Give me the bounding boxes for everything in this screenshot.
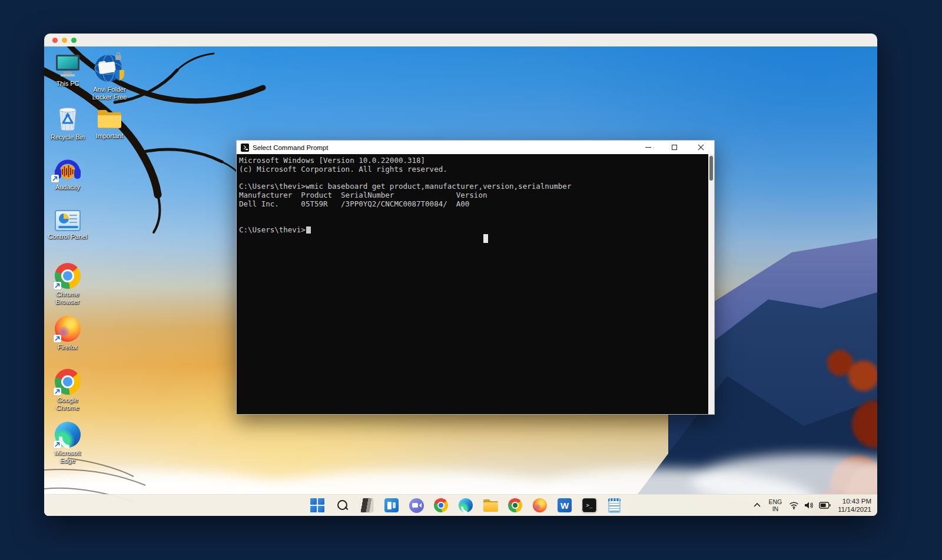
chrome-browser-icon xyxy=(55,262,81,289)
console-table-row: Dell Inc. 05T59R /3PP0YQ2/CNCMC0087T0084… xyxy=(239,200,708,209)
google-chrome-icon xyxy=(55,368,81,395)
desktop-icon-chrome-browser[interactable]: Chrome Browser xyxy=(47,262,89,306)
zoom-traffic-light-icon[interactable] xyxy=(71,38,77,43)
console-command-line: C:\Users\thevi>wmic baseboard get produc… xyxy=(239,182,708,191)
minimize-button[interactable] xyxy=(635,141,661,154)
desktop-icon-label: Chrome Browser xyxy=(47,291,89,306)
console-line: Microsoft Windows [Version 10.0.22000.31… xyxy=(239,156,708,165)
microsoft-edge-icon xyxy=(55,421,81,448)
text-cursor xyxy=(306,226,311,234)
taskbar-dark-app-button[interactable] xyxy=(359,498,374,513)
console-prompt-line: C:\Users\thevi> xyxy=(239,226,708,235)
battery-icon xyxy=(819,502,831,509)
wifi-icon xyxy=(789,501,799,509)
scrollbar-thumb[interactable] xyxy=(709,156,713,181)
shortcut-arrow-icon xyxy=(54,388,61,395)
clock-date: 11/14/2021 xyxy=(838,505,871,514)
taskbar-notepad-button[interactable] xyxy=(606,498,622,513)
virtual-machine-window: This PC xyxy=(44,34,877,516)
console-line xyxy=(239,218,708,226)
windows-logo-icon xyxy=(310,498,324,512)
console-line xyxy=(239,209,708,218)
console-line xyxy=(239,174,708,183)
console-output[interactable]: Microsoft Windows [Version 10.0.22000.31… xyxy=(237,154,708,414)
taskbar-blue-panes-app-button[interactable] xyxy=(384,498,399,513)
taskbar-command-prompt-button[interactable]: >_ xyxy=(582,498,597,513)
screenshot-stage: This PC xyxy=(0,0,942,560)
close-button[interactable] xyxy=(688,141,714,154)
desktop-icon-label: Control Panel xyxy=(48,233,88,241)
search-icon xyxy=(336,499,348,511)
mac-titlebar[interactable] xyxy=(44,34,877,46)
windows-desktop: This PC xyxy=(44,46,877,516)
cmd-titlebar[interactable]: Select Command Prompt xyxy=(237,141,714,154)
taskbar-chrome-button[interactable] xyxy=(433,498,449,513)
anvi-folder-locker-icon xyxy=(93,51,126,84)
notepad-icon xyxy=(608,498,621,513)
start-button[interactable] xyxy=(310,498,325,513)
cmd-window-icon xyxy=(241,144,249,152)
console-table-header: Manufacturer Product SerialNumber Versio… xyxy=(239,191,708,200)
dark-app-icon xyxy=(360,498,373,512)
shortcut-arrow-icon xyxy=(51,175,59,182)
edge-icon xyxy=(459,498,473,512)
file-explorer-icon xyxy=(483,499,498,512)
word-icon: W xyxy=(558,498,572,512)
firefox-icon xyxy=(533,498,547,512)
desktop-icon-audacity[interactable]: Audacity xyxy=(47,152,89,191)
taskbar-clock[interactable]: 10:43 PM 11/14/2021 xyxy=(838,497,871,514)
desktop-icon-microsoft-edge[interactable]: Microsoft Edge xyxy=(47,421,89,465)
taskbar-file-explorer-button[interactable] xyxy=(483,498,498,513)
desktop-icon-label: Microsoft Edge xyxy=(47,449,89,465)
taskbar-search-button[interactable] xyxy=(334,498,350,513)
desktop-icon-google-chrome[interactable]: Google Chrome xyxy=(47,368,89,412)
desktop-icon-label: Anvi Folder Locker Free xyxy=(85,86,134,101)
shortcut-arrow-icon xyxy=(54,441,61,448)
desktop-icon-control-panel[interactable]: Control Panel xyxy=(47,208,89,241)
tray-overflow-chevron-icon[interactable] xyxy=(752,501,762,510)
desktop-icon-label: Audacity xyxy=(55,184,80,191)
desktop-icon-firefox[interactable]: Firefox xyxy=(47,315,89,351)
taskbar-chat-button[interactable] xyxy=(409,498,424,513)
console-line: (c) Microsoft Corporation. All rights re… xyxy=(239,165,708,174)
volume-icon xyxy=(804,501,814,509)
teams-chat-icon xyxy=(409,498,424,513)
taskbar-edge-button[interactable] xyxy=(458,498,473,513)
taskbar-firefox-button[interactable] xyxy=(532,498,548,513)
desktop-icon-important-folder[interactable]: Important xyxy=(85,106,134,140)
desktop-icon-label: Firefox xyxy=(58,344,78,351)
language-indicator[interactable]: ENG IN xyxy=(769,498,782,512)
windows-taskbar: W >_ ENG IN xyxy=(44,494,877,516)
command-prompt-icon: >_ xyxy=(582,498,596,512)
system-tray: ENG IN xyxy=(752,495,871,516)
taskbar-pinned-apps: W >_ xyxy=(310,495,622,516)
blue-panes-app-icon xyxy=(384,498,399,512)
this-pc-icon xyxy=(54,54,81,78)
recycle-bin-icon xyxy=(54,105,81,132)
language-code: ENG xyxy=(769,498,782,505)
shortcut-arrow-icon xyxy=(54,335,61,342)
maximize-button[interactable] xyxy=(661,141,688,154)
important-folder-icon xyxy=(95,106,124,131)
cmd-window-title: Select Command Prompt xyxy=(253,144,328,151)
desktop-icon-recycle-bin[interactable]: Recycle Bin xyxy=(47,105,89,141)
console-scrollbar[interactable] xyxy=(708,154,714,414)
close-traffic-light-icon[interactable] xyxy=(52,38,58,43)
clock-time: 10:43 PM xyxy=(838,497,871,505)
chrome-alt-icon xyxy=(508,498,522,512)
desktop-icon-label: Important xyxy=(96,132,123,140)
desktop-icon-label: Recycle Bin xyxy=(51,134,85,141)
command-prompt-window: Select Command Prompt Microsoft Windows … xyxy=(236,140,715,415)
taskbar-word-button[interactable]: W xyxy=(557,498,572,513)
desktop-icon-this-pc[interactable]: This PC xyxy=(47,54,89,88)
control-panel-icon xyxy=(55,208,81,231)
tray-status-icons[interactable] xyxy=(789,501,831,509)
desktop-icon-label: Google Chrome xyxy=(47,396,89,412)
minimize-traffic-light-icon[interactable] xyxy=(62,38,67,43)
firefox-icon xyxy=(55,315,81,342)
taskbar-chrome-alt-button[interactable] xyxy=(508,498,523,513)
shortcut-arrow-icon xyxy=(54,282,61,289)
desktop-icon-anvi-folder-locker[interactable]: Anvi Folder Locker Free xyxy=(85,51,134,101)
audacity-icon xyxy=(52,152,83,182)
desktop-icon-label: This PC xyxy=(56,80,79,88)
